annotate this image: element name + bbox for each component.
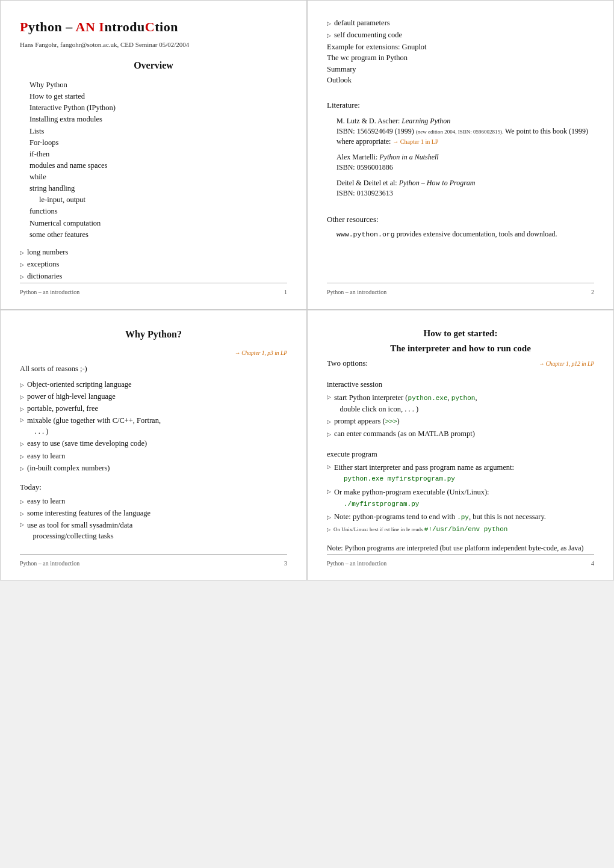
slides-container: Python – AN IntroduCtion Hans Fangohr, f…	[0, 0, 614, 580]
lit-title: Python in a Nutshell	[379, 153, 438, 161]
lit-entry-2: Alex Martelli: Python in a Nutshell ISBN…	[336, 152, 594, 173]
execute-bullet-1: ▷ Either start interpreter and pass prog…	[327, 462, 594, 484]
other-resources-text: www.python.org provides extensive docume…	[336, 229, 594, 240]
slide3-bullets: ▷ Object-oriented scripting language ▷ p…	[20, 379, 287, 475]
today-section: Today: ▷ easy to learn ▷ some interestin…	[20, 482, 287, 543]
execute-label: execute program	[327, 449, 594, 460]
footer-left: Python – an introduction	[20, 288, 79, 297]
other-resources: Other resources: www.python.org provides…	[327, 209, 594, 240]
execute-section: execute program ▷ Either start interpret…	[327, 444, 594, 536]
slide-3: Why Python? → Chapter 1, p3 in LP All so…	[0, 310, 307, 581]
bullet-text: some interesting features of the languag…	[27, 508, 150, 519]
slide2-item: The wc program in Python	[327, 52, 594, 63]
bullet-text: prompt appears (>>>)	[334, 416, 400, 427]
bullet-text: Object-oriented scripting language	[27, 379, 132, 390]
today-bullet-2: ▷ some interesting features of the langu…	[20, 508, 287, 519]
bullet-exceptions: ▷ exceptions	[20, 259, 287, 269]
literature-label: Literature:	[327, 100, 594, 111]
bullet-text: power of high-level language	[27, 391, 116, 402]
lit-link: → Chapter 1 in LP	[392, 138, 438, 145]
slide2-item: Summary	[327, 64, 594, 75]
footer-left: Python – an introduction	[20, 559, 79, 568]
bullet-default-params: ▷ default parameters	[327, 17, 594, 28]
bullet-self-doc: ▷ self documenting code	[327, 29, 594, 40]
slide3-intro: All sorts of reasons ;-)	[20, 363, 287, 374]
bullet-text: self documenting code	[334, 29, 402, 40]
lit-isbn: ISBN: 0596001886	[336, 162, 594, 173]
triangle-icon: ▷	[20, 440, 24, 448]
lit-author: Deitel & Deitel et al: Python – How to P…	[336, 178, 594, 188]
triangle-icon: ▷	[327, 393, 331, 401]
triangle-icon: ▷	[20, 405, 24, 413]
overview-item: Lists	[29, 126, 287, 137]
overview-heading: Overview	[20, 58, 287, 72]
lit-isbn: ISBN: 1565924649 (1999) (new edition 200…	[336, 126, 594, 147]
interactive-label: interactive session	[327, 379, 594, 390]
chapter-ref: → Chapter 1, p3 in LP	[20, 347, 287, 359]
footer-left: Python – an introduction	[327, 288, 386, 297]
overview-item: if-then	[29, 149, 287, 159]
footer-right: 1	[284, 288, 287, 297]
slide4-heading1: How to get started:	[327, 327, 594, 340]
triangle-icon: ▷	[327, 431, 331, 439]
chapter-ref-text: → Chapter 1, p3 in LP	[234, 350, 287, 356]
slide3-footer: Python – an introduction 3	[20, 554, 287, 568]
overview-item: Interactive Python (IPython)	[29, 102, 287, 113]
bullet-text: portable, powerful, free	[27, 403, 98, 414]
slide2-content: ▷ default parameters ▷ self documenting …	[327, 17, 594, 85]
slide3-heading: Why Python?	[20, 327, 287, 341]
triangle-icon: ▷	[20, 393, 24, 401]
bullet-text: mixable (glue together with C/C++, Fortr…	[27, 415, 161, 437]
lit-entry-3: Deitel & Deitel et al: Python – How to P…	[336, 178, 594, 199]
bullet-text: easy to use (save time developing code)	[27, 438, 147, 449]
note-block: Note: Python programs are interpreted (b…	[327, 543, 594, 553]
bullet-complex: ▷ (in-built complex numbers)	[20, 463, 287, 473]
triangle-icon: ▷	[327, 488, 331, 496]
overview-item: some other features	[29, 229, 287, 240]
execute-bullet-3: ▷ Note: python-programs tend to end with…	[327, 511, 594, 523]
python-org: www.python.org	[336, 230, 395, 238]
triangle-icon: ▷	[20, 273, 24, 281]
bullet-text: can enter commands (as on MATLAB prompt)	[334, 428, 475, 439]
title-ython: ython –	[28, 19, 76, 34]
triangle-icon: ▷	[327, 20, 331, 28]
footer-right: 2	[591, 288, 594, 297]
slide2-item: Example for extensions: Gnuplot	[327, 42, 594, 52]
bullet-text: Note: python-programs tend to end with .…	[334, 511, 546, 523]
bullet-text: easy to learn	[27, 496, 65, 506]
bullet-easy-learn: ▷ easy to learn	[20, 451, 287, 461]
execute-bullet-4: ▷ On Unix/Linux: best if rst line in le …	[327, 525, 594, 535]
lit-isbn: ISBN: 0130923613	[336, 188, 594, 199]
bullet-text: dictionaries	[27, 271, 62, 282]
code-shebang: #!/usr/bin/env python	[424, 526, 508, 533]
triangle-icon: ▷	[327, 514, 331, 522]
slide1-title: Python – AN IntroduCtion	[20, 17, 287, 37]
lit-author: Alex Martelli: Python in a Nutshell	[336, 152, 594, 162]
bullet-text: Either start interpreter and pass progra…	[334, 462, 514, 484]
bullet-text: easy to learn	[27, 451, 65, 461]
code-block-2: ./myfirstprogram.py	[344, 500, 419, 508]
slide-4: How to get started: The interpreter and …	[307, 310, 614, 581]
execute-bullet-2: ▷ Or make python-program executable (Uni…	[327, 487, 594, 509]
slide4-footer: Python – an introduction 4	[327, 554, 594, 568]
bullet-text: default parameters	[334, 17, 390, 28]
bullet-dictionaries: ▷ dictionaries	[20, 271, 287, 282]
triangle-icon: ▷	[20, 521, 24, 529]
triangle-icon: ▷	[20, 453, 24, 461]
slide2-footer: Python – an introduction 2	[327, 283, 594, 297]
interactive-section: interactive session ▷ start Python inter…	[327, 374, 594, 440]
overview-item: while	[29, 171, 287, 182]
lit-author: M. Lutz & D. Ascher: Learning Python	[336, 116, 594, 126]
today-bullet-3: ▷ use as tool for small sysadmin/data pr…	[20, 520, 287, 541]
interactive-bullet-3: ▷ can enter commands (as on MATLAB promp…	[327, 428, 594, 439]
code-block-1: python.exe myfirstprogram.py	[344, 475, 455, 482]
bullet-text: exceptions	[27, 259, 59, 269]
lit-title: Python – How to Program	[399, 179, 476, 187]
lit-title: Learning Python	[402, 117, 450, 125]
triangle-icon: ▷	[20, 498, 24, 506]
bullet-text: long numbers	[27, 247, 68, 257]
overview-item: For-loops	[29, 137, 287, 148]
footer-right: 4	[591, 559, 594, 568]
title-c: C	[145, 19, 155, 34]
interactive-bullet-1: ▷ start Python interpreter (python.exe, …	[327, 392, 594, 414]
